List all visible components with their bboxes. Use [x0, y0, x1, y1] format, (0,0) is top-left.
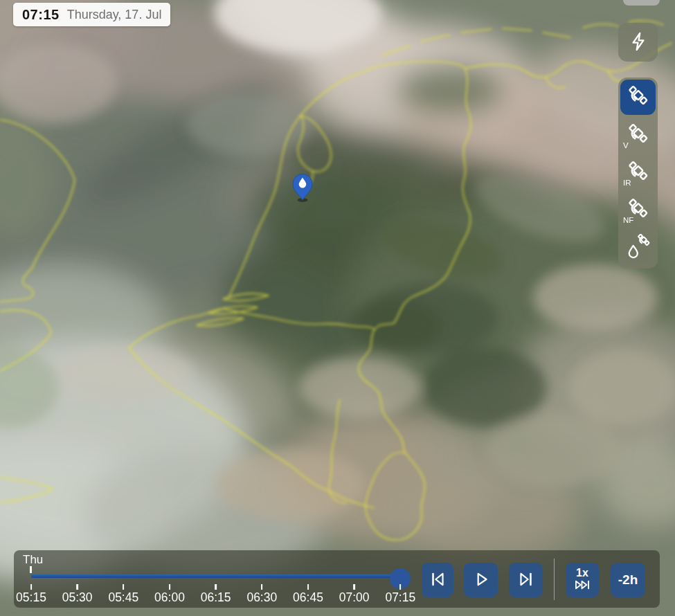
day-start-tick — [30, 566, 32, 573]
partial-offscreen-button[interactable] — [623, 0, 660, 6]
timeline-track[interactable] — [31, 574, 401, 578]
layer-label-nf: NF — [623, 217, 633, 225]
time-badge: 07:15 Thursday, 17. Jul — [13, 3, 170, 26]
tick-mark — [123, 584, 125, 590]
timeline-tick[interactable]: 05:15 — [16, 584, 46, 605]
playback-speed-button[interactable]: 1x — [566, 563, 599, 597]
layer-satellite-hd-button[interactable] — [620, 80, 656, 115]
timeline-tick[interactable]: 05:45 — [108, 584, 138, 605]
satellite-icon — [626, 84, 651, 111]
timeline-tick[interactable]: 06:00 — [154, 584, 185, 605]
layer-satellite-nf-button[interactable]: NF — [618, 191, 658, 228]
tick-label: 05:45 — [108, 590, 138, 605]
tick-mark — [399, 584, 402, 590]
satellite-map[interactable] — [0, 0, 675, 616]
tick-mark — [30, 584, 33, 590]
timeline-tick[interactable]: 05:30 — [62, 584, 93, 605]
timeline-tick[interactable]: 06:15 — [201, 584, 231, 605]
satellite-icon — [626, 122, 651, 149]
tick-label: 06:00 — [154, 590, 185, 605]
tick-label: 07:00 — [339, 590, 370, 605]
cloud-texture — [0, 0, 675, 616]
layer-satellite-ir-button[interactable]: IR — [618, 154, 658, 191]
weather-satellite-app: 07:15 Thursday, 17. Jul — [0, 0, 675, 616]
tick-mark — [169, 584, 171, 590]
layer-satellite-v-button[interactable]: V — [618, 116, 658, 154]
timeline-tick[interactable]: 06:30 — [246, 584, 277, 605]
controls-divider — [554, 559, 555, 600]
tick-mark — [353, 584, 355, 590]
timeline-bar: Thu 05:15 05:30 05:45 06:00 06:15 06:30 … — [14, 550, 660, 608]
skip-to-end-button[interactable] — [509, 563, 543, 597]
tick-label: 05:15 — [16, 590, 46, 605]
minus-2h-button[interactable]: -2h — [611, 563, 645, 597]
play-button[interactable] — [464, 563, 498, 597]
tick-mark — [76, 584, 78, 590]
layer-panel: V IR — [618, 78, 658, 269]
tick-label: 05:30 — [62, 590, 93, 605]
skip-to-start-button[interactable] — [422, 563, 453, 597]
droplet-satellite-icon — [626, 234, 651, 261]
lightning-icon — [627, 30, 649, 55]
timeline-tick[interactable]: 07:15 — [385, 584, 415, 605]
tick-mark — [261, 584, 263, 590]
layer-label-ir: IR — [623, 179, 631, 188]
tick-mark — [215, 584, 217, 590]
current-time: 07:15 — [22, 7, 60, 23]
tick-label: 06:30 — [246, 590, 277, 605]
timeline-day-label: Thu — [23, 553, 43, 567]
skip-back-icon — [428, 570, 447, 591]
play-icon — [471, 570, 491, 591]
layer-satellite-rain-button[interactable] — [618, 228, 658, 266]
timeline-tick[interactable]: 07:00 — [339, 584, 370, 605]
tick-label: 06:15 — [201, 590, 231, 605]
lightning-toggle-button[interactable] — [618, 23, 658, 62]
fast-forward-icon — [574, 579, 591, 592]
current-date: Thursday, 17. Jul — [67, 8, 162, 22]
layer-label-v: V — [623, 142, 629, 150]
skip-forward-icon — [516, 570, 536, 591]
timeline-tick[interactable]: 06:45 — [293, 584, 323, 605]
tick-label: 07:15 — [385, 590, 415, 605]
tick-label: 06:45 — [293, 590, 323, 605]
speed-label: 1x — [576, 568, 588, 579]
tick-mark — [307, 584, 309, 590]
